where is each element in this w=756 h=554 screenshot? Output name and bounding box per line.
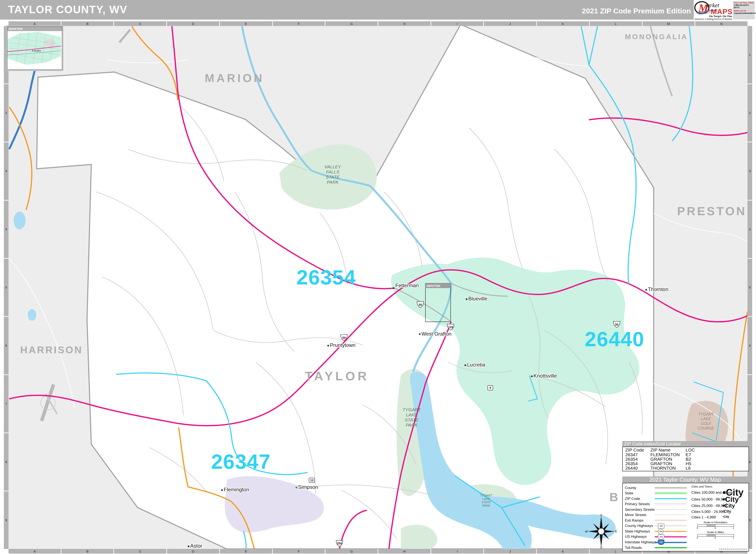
col-zip-code: ZIP Code xyxy=(625,447,644,453)
compass-e: E xyxy=(615,530,617,533)
county-hwy-shield-icon: 123 xyxy=(658,523,664,529)
grid-row-label: 4 xyxy=(748,201,752,259)
town-label-knottsville: Knottsville xyxy=(534,373,557,379)
town-label-pruntytown: Pruntytown xyxy=(330,342,355,348)
city-sample-text: City xyxy=(725,495,739,503)
grid-col-label: B xyxy=(61,21,114,26)
scale-mi-title: Scale in Miles xyxy=(694,531,737,534)
page: { "header": {"title": "TAYLOR COUNTY, WV… xyxy=(0,0,756,554)
grid-row-label: 3 xyxy=(4,142,8,201)
interstate-shield-icon: 123 xyxy=(658,540,664,545)
county-label-preston: PRESTON xyxy=(677,204,747,218)
town-label-lucretia: Lucretia xyxy=(467,362,485,368)
grid-col-label: B xyxy=(61,549,114,554)
legend-exit-ramps: Exit Ramps xyxy=(625,518,643,523)
logo-tagline: On Target. On Time. xyxy=(709,14,732,18)
grid-col-label: D xyxy=(167,21,220,26)
town-label-thornton: Thornton xyxy=(648,286,668,292)
zip-label-26440: 26440 xyxy=(585,328,645,351)
grid-col-label: D xyxy=(167,549,220,554)
town-label-west-grafton: West Grafton xyxy=(421,331,451,337)
contact-call-label: CALL US TOLL FREE! xyxy=(734,2,754,4)
grid-row-label: 4 xyxy=(4,201,8,259)
compass-w: W xyxy=(585,530,588,533)
legend-state: State xyxy=(625,491,634,495)
contact-phone: 1-888-434-MAPS (6277) xyxy=(734,4,754,9)
grid-col-label: H xyxy=(378,549,431,554)
county-label-marion: MARION xyxy=(205,71,264,85)
legend-interstate: Interstate Highways xyxy=(625,540,657,544)
page-title: TAYLOR COUNTY, WV xyxy=(8,3,127,16)
state-route-9-shield: 9 xyxy=(488,385,493,390)
svg-text:119: 119 xyxy=(448,325,453,329)
svg-text:PARK: PARK xyxy=(327,180,339,184)
inset-gray-area xyxy=(45,39,56,47)
grid-row-label: 3 xyxy=(748,142,752,201)
svg-text:LAKE: LAKE xyxy=(406,412,417,417)
toll-line-sample xyxy=(655,547,687,548)
grafton-inset-map: GRAFTON Grafton xyxy=(7,26,62,70)
pond xyxy=(28,309,36,321)
scale-tick: 1 xyxy=(733,537,734,539)
town-label-astor: Astor xyxy=(190,543,202,549)
col-loc: LOC xyxy=(686,447,695,453)
scale-km-bar xyxy=(697,524,734,527)
compass-n: N xyxy=(600,514,602,516)
legend-secondary: Secondary Streets xyxy=(625,507,655,512)
legend-county-hwy: County Highways xyxy=(625,524,653,528)
city-class-label: Cities 5,000 - 24,999 xyxy=(691,510,725,514)
svg-text:FALLS: FALLS xyxy=(326,169,340,174)
pond xyxy=(14,212,26,229)
svg-text:50: 50 xyxy=(419,303,422,307)
grid-row-label: 8 xyxy=(4,433,8,491)
grid-col-label: H xyxy=(378,21,431,26)
city-class-label: Cities 1 - 4,999 xyxy=(691,515,716,519)
county-label-monongalia: MONONGALIA xyxy=(625,33,688,41)
scale-tick: 0 xyxy=(697,537,698,539)
grid-row-label: 1 xyxy=(748,26,752,84)
grid-col-label: A xyxy=(8,549,61,554)
legend-primary: Primary Streets xyxy=(625,502,650,506)
grid-col-label: L xyxy=(590,21,643,26)
grid-row-label: 7 xyxy=(4,375,8,433)
inset-town-dot xyxy=(32,50,33,51)
compass-rose: N S W E xyxy=(585,514,617,548)
grid-row-label: 6 xyxy=(4,317,8,375)
grid-row-label: 7 xyxy=(748,375,752,433)
fine-print xyxy=(719,548,747,550)
city-sample-25k: •City xyxy=(722,502,735,509)
scale-tick: .5 xyxy=(714,537,716,539)
header-bar: TAYLOR COUNTY, WV 2021 ZIP Code Premium … xyxy=(0,0,756,19)
grid-col-label: E xyxy=(220,21,273,26)
svg-text:LAKE: LAKE xyxy=(483,497,490,501)
svg-text:TYGART: TYGART xyxy=(480,494,493,497)
county-label-taylor: TAYLOR xyxy=(305,369,369,383)
city-sample-text: City xyxy=(723,515,729,518)
town-label-fetterman: Fetterman xyxy=(395,283,419,288)
town-label-blueville: Blueville xyxy=(468,296,487,301)
svg-text:COURSE: COURSE xyxy=(698,426,714,430)
zip-index-table: ZIP Code ZIP Name LOC 26347 FLEMINGTON E… xyxy=(622,447,749,471)
grid-row-label: 2 xyxy=(748,84,752,142)
grid-col-label: C xyxy=(114,21,167,26)
cities-and-towns-header: Cities and Towns xyxy=(691,485,712,488)
scale-mi-bar xyxy=(697,534,734,537)
svg-text:LAKE: LAKE xyxy=(701,417,711,421)
zip-index-title: ZIP Code Index/Grid Locator xyxy=(622,441,748,447)
legend-title-bar: 2021 Taylor County, WV Map xyxy=(622,477,748,483)
svg-text:PARK: PARK xyxy=(406,423,418,428)
grid-col-label: F xyxy=(273,549,325,554)
inset-town-label: Grafton xyxy=(34,50,41,52)
scale-tick: .5 xyxy=(714,527,716,529)
state-line-sample xyxy=(655,492,687,494)
secondary-line-sample xyxy=(655,509,687,510)
marketmaps-logo: M arket MAPS On Target. On Time. America… xyxy=(694,0,732,20)
inset-map-canvas: Grafton xyxy=(7,31,61,68)
svg-text:TYGART: TYGART xyxy=(698,412,714,417)
county-label-barbour-partial: B xyxy=(609,490,618,504)
compass-hub xyxy=(598,529,604,535)
town-label-flemington: Flemington xyxy=(224,487,249,492)
svg-text:13: 13 xyxy=(310,479,313,482)
cell-loc: L6 xyxy=(686,465,691,471)
edition-label: 2021 ZIP Code Premium Edition xyxy=(524,7,691,15)
